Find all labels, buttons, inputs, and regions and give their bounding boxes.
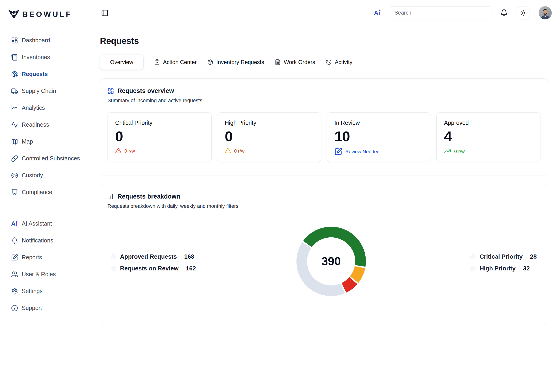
page-title: Requests: [100, 36, 548, 46]
section-title: Requests overview: [117, 87, 174, 94]
pen-square-icon: [334, 148, 342, 156]
search-input[interactable]: [390, 6, 491, 19]
alert-triangle-icon: [225, 148, 231, 154]
wolf-logo-icon: [8, 9, 20, 19]
requests-breakdown-card: Requests breakdown Requests breakdown wi…: [100, 184, 548, 324]
pen-square-icon: [11, 254, 18, 261]
stat-card-critical-priority: Critical Priority 0 0 r/w: [108, 112, 212, 162]
radio-icon: [11, 172, 18, 179]
sidebar-item-inventories[interactable]: Inventories: [0, 49, 90, 66]
activity-icon: [11, 121, 18, 128]
package-icon: [207, 59, 213, 65]
breakdown-chart-area: Approved Requests 168 Requests on Review…: [108, 212, 540, 311]
legend-dot: [470, 266, 475, 271]
tab-activity[interactable]: Activity: [326, 59, 352, 65]
secondary-nav: Ai✦ AI Assistant Notifications Reports U…: [0, 215, 90, 316]
sidebar-item-readiness[interactable]: Readiness: [0, 116, 90, 133]
sun-icon: [520, 9, 527, 16]
sidebar-item-compliance[interactable]: Compliance: [0, 184, 90, 201]
sidebar-item-map[interactable]: Map: [0, 133, 90, 150]
dashboard-icon: [108, 88, 114, 94]
bell-icon: [500, 9, 508, 17]
history-icon: [326, 59, 332, 65]
ai-sparkle-icon: Ai✦: [374, 9, 381, 16]
bar-chart-icon: [108, 193, 114, 200]
sidebar-toggle-button[interactable]: [101, 9, 109, 17]
legend-item-requests-on-review: Requests on Review 162: [111, 265, 196, 272]
stats-grid: Critical Priority 0 0 r/w High Priority …: [108, 112, 540, 162]
gear-icon: [11, 288, 18, 295]
main: Requests Overview Action Center Inventor…: [90, 26, 555, 324]
dashboard-icon: [11, 37, 18, 44]
users-icon: [11, 271, 18, 278]
legend-left: Approved Requests 168 Requests on Review…: [111, 253, 196, 272]
brand-name: BEOWULF: [22, 10, 72, 19]
tab-work-orders[interactable]: Work Orders: [275, 59, 315, 65]
sidebar-item-custody[interactable]: Custody: [0, 167, 90, 184]
sidebar-item-support[interactable]: Support: [0, 299, 90, 316]
tab-inventory-requests[interactable]: Inventory Requests: [207, 59, 264, 65]
tab-action-center[interactable]: Action Center: [154, 59, 197, 65]
trending-up-icon: [444, 148, 451, 155]
user-avatar[interactable]: [539, 6, 552, 19]
sidebar-item-ai-assistant[interactable]: Ai✦ AI Assistant: [0, 215, 90, 232]
map-icon: [11, 138, 18, 145]
sidebar-item-requests[interactable]: Requests: [0, 66, 90, 83]
content-area: Ai✦: [90, 0, 555, 392]
requests-overview-card: Requests overview Summary of incoming an…: [100, 78, 548, 175]
stat-card-high-priority: High Priority 0 0 r/w: [217, 112, 321, 162]
line-chart-icon: [11, 105, 18, 111]
brand-logo: BEOWULF: [0, 7, 90, 22]
legend-dot: [111, 266, 116, 271]
section-title: Requests breakdown: [117, 193, 180, 200]
ai-sparkle-icon: Ai✦: [11, 220, 18, 227]
stat-card-approved: Approved 4 0 r/w: [436, 112, 540, 162]
sidebar: BEOWULF Dashboard Inventories Requests S…: [0, 0, 90, 392]
topbar-right: Ai✦: [374, 6, 552, 19]
sidebar-item-controlled-substances[interactable]: Controlled Substances: [0, 150, 90, 167]
legend-item-critical-priority: Critical Priority 28: [470, 253, 537, 260]
sidebar-item-reports[interactable]: Reports: [0, 249, 90, 266]
section-subtitle: Summary of incoming and active requests: [108, 98, 540, 104]
stat-card-in-review: In Review 10 Review Needed: [327, 112, 431, 162]
section-subtitle: Requests breakdown with daily, weekly an…: [108, 203, 540, 209]
pill-icon: [11, 155, 18, 162]
donut-total: 390: [296, 227, 366, 296]
info-icon: [11, 305, 18, 312]
ai-assistant-button[interactable]: Ai✦: [374, 9, 381, 16]
tab-overview[interactable]: Overview: [100, 55, 143, 70]
tab-bar: Overview Action Center Inventory Request…: [100, 55, 548, 70]
clipboard-check-icon: [154, 59, 160, 65]
legend-dot: [470, 254, 475, 259]
sidebar-item-user-roles[interactable]: User & Roles: [0, 266, 90, 283]
bell-icon: [11, 237, 18, 244]
avatar-photo: [539, 6, 552, 19]
sidebar-item-settings[interactable]: Settings: [0, 283, 90, 299]
sidebar-item-analytics[interactable]: Analytics: [0, 99, 90, 116]
notebook-icon: [11, 54, 18, 61]
file-text-icon: [275, 59, 281, 65]
primary-nav: Dashboard Inventories Requests Supply Ch…: [0, 32, 90, 201]
legend-dot: [111, 254, 116, 259]
presentation-icon: [11, 189, 18, 196]
truck-icon: [11, 88, 18, 94]
sidebar-item-dashboard[interactable]: Dashboard: [0, 32, 90, 49]
theme-toggle-button[interactable]: [517, 6, 530, 19]
sidebar-item-supply-chain[interactable]: Supply Chain: [0, 83, 90, 99]
sidebar-item-notifications[interactable]: Notifications: [0, 232, 90, 249]
notifications-button[interactable]: [500, 9, 508, 17]
topbar: Ai✦: [90, 0, 555, 26]
legend-right: Critical Priority 28 High Priority 32: [470, 253, 537, 272]
package-plus-icon: [11, 71, 18, 78]
requests-donut-chart: 390: [296, 227, 366, 296]
legend-item-approved-requests: Approved Requests 168: [111, 253, 196, 260]
alert-triangle-icon: [115, 148, 121, 154]
panel-left-icon: [101, 9, 109, 17]
legend-item-high-priority: High Priority 32: [470, 265, 537, 272]
